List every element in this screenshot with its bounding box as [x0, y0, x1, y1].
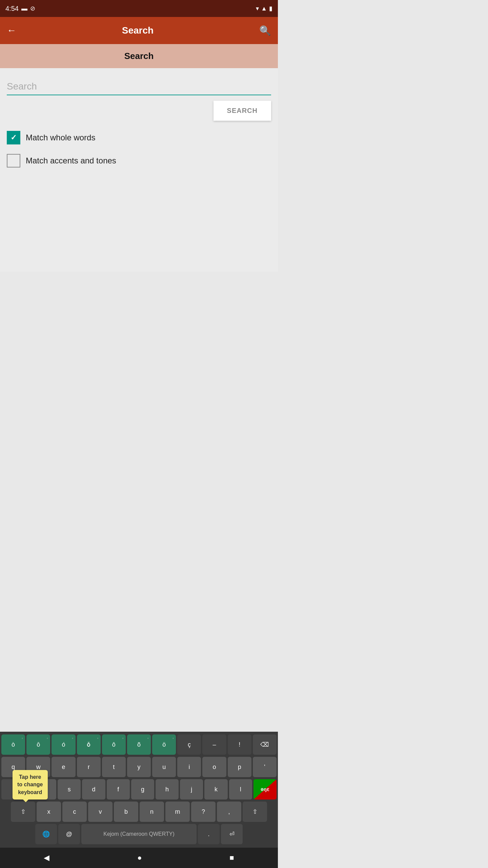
signal-icon: ▲	[261, 5, 267, 12]
match-whole-words-checkbox[interactable]: ✓	[7, 131, 20, 144]
match-whole-words-row: ✓ Match whole words	[7, 131, 271, 144]
status-bar: 4:54 ▬ ⊘ ▾ ▲ ▮	[0, 0, 278, 17]
wifi-icon: ▾	[256, 5, 259, 12]
match-accents-checkbox[interactable]	[7, 154, 20, 167]
search-icon[interactable]: 🔍	[259, 25, 271, 36]
app-bar-title: Search	[122, 25, 154, 36]
match-accents-label: Match accents and tones	[26, 156, 116, 165]
do-not-disturb-icon: ⊘	[30, 5, 35, 12]
app-bar: ← Search 🔍	[0, 17, 278, 44]
search-input-wrapper	[7, 78, 271, 95]
content-area: SEARCH ✓ Match whole words Match accents…	[0, 68, 278, 272]
checkmark-icon: ✓	[11, 133, 17, 142]
sub-header-title: Search	[124, 51, 154, 61]
sub-header: Search	[0, 44, 278, 68]
battery-icon: ▮	[269, 5, 272, 12]
search-btn-row: SEARCH	[7, 101, 271, 121]
back-button[interactable]: ←	[7, 25, 16, 36]
status-time: 4:54	[5, 5, 19, 13]
sim-card-icon: ▬	[21, 5, 27, 12]
search-input[interactable]	[7, 78, 271, 95]
match-whole-words-label: Match whole words	[26, 133, 95, 142]
search-button[interactable]: SEARCH	[214, 101, 271, 121]
match-accents-row: Match accents and tones	[7, 154, 271, 167]
